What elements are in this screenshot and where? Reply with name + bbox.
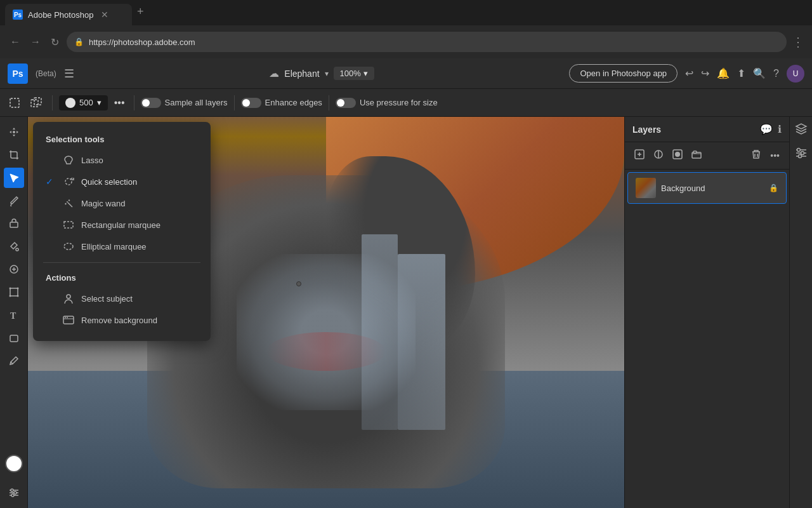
help-icon[interactable]: ? xyxy=(773,68,779,79)
quick-selection-item[interactable]: ✓ Quick selection xyxy=(33,171,211,192)
share-icon[interactable]: ⬆ xyxy=(737,67,745,79)
panel-chat-icon[interactable]: 💬 xyxy=(760,123,773,135)
search-icon[interactable]: 🔍 xyxy=(753,67,766,79)
app-header: Ps (Beta) ☰ ☁ Elephant ▾ 100% ▾ Open in … xyxy=(0,58,812,89)
enhance-edges-group: Enhance edges xyxy=(241,98,322,108)
selection-tool[interactable] xyxy=(4,168,24,188)
size-circle-icon xyxy=(65,98,75,108)
lasso-tool-item[interactable]: Lasso xyxy=(33,149,211,171)
move-tool[interactable] xyxy=(4,122,24,142)
selection-mode-group xyxy=(5,95,46,111)
toolbar-divider-3 xyxy=(234,95,235,110)
svg-point-31 xyxy=(797,149,800,152)
file-dropdown-arrow[interactable]: ▾ xyxy=(325,69,329,78)
back-button[interactable]: ← xyxy=(8,34,23,50)
new-tab-button[interactable]: + xyxy=(137,5,144,18)
adjustment-layer-button[interactable] xyxy=(652,147,665,164)
layers-panel: Layers 💬 ℹ xyxy=(624,117,789,508)
layers-side-icon[interactable] xyxy=(795,122,808,137)
panel-header: Layers 💬 ℹ xyxy=(625,117,789,142)
zoom-control[interactable]: 100% ▾ xyxy=(334,67,374,80)
svg-point-20 xyxy=(64,243,73,250)
rect-marquee-label: Rectangular marquee xyxy=(81,220,160,230)
svg-rect-30 xyxy=(693,151,697,153)
svg-point-21 xyxy=(67,295,70,298)
select-subject-item[interactable]: Select subject xyxy=(33,288,211,309)
group-layer-button[interactable] xyxy=(690,147,704,164)
foreground-color[interactable] xyxy=(5,455,23,472)
text-tool[interactable]: T xyxy=(4,305,24,325)
layers-more-button[interactable]: ••• xyxy=(768,149,782,163)
shape-tool[interactable] xyxy=(4,328,24,348)
mask-layer-button[interactable] xyxy=(671,147,684,164)
ellipse-marquee-icon xyxy=(62,240,75,253)
toolbar-divider-1 xyxy=(52,95,53,110)
quick-selection-icon xyxy=(62,175,75,188)
brush-tool[interactable] xyxy=(4,190,24,211)
pressure-group: Use pressure for size xyxy=(336,98,438,108)
browser-menu-button[interactable]: ⋮ xyxy=(792,34,804,50)
eraser-tool[interactable] xyxy=(4,213,24,234)
url-bar[interactable]: 🔒 https://photoshop.adobe.com xyxy=(67,32,787,52)
healing-tool[interactable] xyxy=(4,259,24,279)
actions-title: Actions xyxy=(33,268,211,288)
undo-button[interactable]: ↩ xyxy=(685,67,693,79)
cloud-icon: ☁ xyxy=(269,67,279,79)
sample-all-layers-toggle[interactable] xyxy=(141,98,161,108)
svg-rect-19 xyxy=(64,222,73,228)
refresh-button[interactable]: ↻ xyxy=(48,34,62,51)
subtract-selection-button[interactable] xyxy=(27,95,46,111)
zoom-arrow: ▾ xyxy=(363,69,368,78)
paint-bucket-tool[interactable] xyxy=(4,236,24,257)
transform-tool[interactable] xyxy=(4,282,24,302)
ellipse-marquee-item[interactable]: Elliptical marquee xyxy=(33,236,211,257)
adjustments-side-icon[interactable] xyxy=(795,147,808,162)
background-layer[interactable]: Background 🔒 xyxy=(627,172,787,204)
svg-point-23 xyxy=(65,317,66,318)
canvas-area[interactable]: Selection tools Lasso ✓ xyxy=(28,117,624,508)
tab-bar: Ps Adobe Photoshop ✕ + xyxy=(0,0,812,25)
brush-size-control[interactable]: 500 ▾ xyxy=(59,95,108,110)
svg-point-24 xyxy=(67,317,68,318)
left-sidebar: T xyxy=(0,117,28,508)
svg-point-33 xyxy=(798,155,801,158)
magic-wand-item[interactable]: Magic wand xyxy=(33,192,211,214)
redo-button[interactable]: ↪ xyxy=(701,67,709,79)
pressure-toggle[interactable] xyxy=(336,98,356,108)
svg-point-28 xyxy=(675,152,680,157)
svg-point-14 xyxy=(11,489,13,491)
open-in-photoshop-button[interactable]: Open in Photoshop app xyxy=(569,64,678,83)
add-layer-button[interactable] xyxy=(632,147,646,164)
forward-button[interactable]: → xyxy=(28,34,43,50)
sliders-tool[interactable] xyxy=(4,483,24,503)
size-value: 500 xyxy=(79,98,93,107)
crop-tool[interactable] xyxy=(4,145,24,165)
layer-thumbnail xyxy=(636,178,656,198)
tab-close-button[interactable]: ✕ xyxy=(101,10,108,20)
remove-background-item[interactable]: Remove background xyxy=(33,309,211,331)
remove-background-label: Remove background xyxy=(81,316,157,325)
svg-rect-4 xyxy=(10,222,18,227)
layer-thumb-image xyxy=(636,178,656,198)
hamburger-menu[interactable]: ☰ xyxy=(64,67,74,81)
user-avatar[interactable]: U xyxy=(787,65,804,83)
panel-info-icon[interactable]: ℹ xyxy=(778,123,782,135)
rect-marquee-item[interactable]: Rectangular marquee xyxy=(33,214,211,236)
more-options-button[interactable]: ••• xyxy=(112,95,128,111)
svg-rect-7 xyxy=(10,288,18,296)
magic-wand-label: Magic wand xyxy=(81,199,125,208)
enhance-edges-label: Enhance edges xyxy=(265,98,322,107)
svg-point-32 xyxy=(801,152,804,155)
delete-layer-button[interactable] xyxy=(749,147,763,164)
url-text: https://photoshop.adobe.com xyxy=(89,37,195,47)
active-tab[interactable]: Ps Adobe Photoshop ✕ xyxy=(5,4,132,25)
eyedropper-tool[interactable] xyxy=(4,351,24,371)
notifications-icon[interactable]: 🔔 xyxy=(717,67,730,79)
header-icons: ↩ ↪ 🔔 ⬆ 🔍 ? U xyxy=(685,65,804,83)
layer-lock-icon[interactable]: 🔒 xyxy=(769,184,778,192)
lasso-icon xyxy=(62,154,75,166)
add-selection-button[interactable] xyxy=(5,95,24,111)
enhance-edges-toggle[interactable] xyxy=(241,98,261,108)
pressure-label: Use pressure for size xyxy=(360,98,438,107)
ps-logo: Ps xyxy=(8,64,28,84)
